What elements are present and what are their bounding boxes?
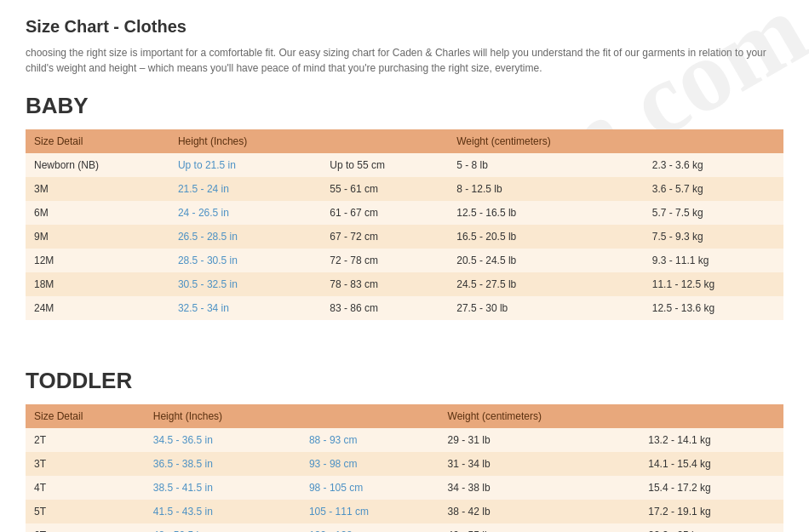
toddler-header-size: Size Detail <box>26 404 145 428</box>
baby-cell: 2.3 - 3.6 kg <box>644 153 783 177</box>
baby-table-row: 12M28.5 - 30.5 in72 - 78 cm20.5 - 24.5 l… <box>26 249 783 272</box>
toddler-header-weight-kg <box>640 404 783 428</box>
baby-header-height-in: Height (Inches) <box>169 129 321 153</box>
toddler-cell: 31 - 34 lb <box>439 452 640 476</box>
toddler-cell: 13.2 - 14.1 kg <box>640 428 783 452</box>
baby-cell: 32.5 - 34 in <box>169 296 321 320</box>
intro-text-content: choosing the right size is important for… <box>26 47 766 74</box>
baby-section-title: BABY <box>26 93 783 119</box>
baby-table-header-row: Size Detail Height (Inches) Weight (cent… <box>26 129 783 153</box>
toddler-cell: 3T <box>26 452 145 476</box>
baby-cell: 5.7 - 7.5 kg <box>644 201 783 225</box>
toddler-cell: 2T <box>26 428 145 452</box>
baby-cell: 24 - 26.5 in <box>169 201 321 225</box>
baby-cell: Up to 55 cm <box>321 153 448 177</box>
baby-cell: 55 - 61 cm <box>321 177 448 201</box>
baby-cell: 26.5 - 28.5 in <box>169 225 321 249</box>
baby-header-size: Size Detail <box>26 129 169 153</box>
baby-cell: 12.5 - 16.5 lb <box>448 201 644 225</box>
baby-cell: 8 - 12.5 lb <box>448 177 644 201</box>
toddler-section-title: TODDLER <box>26 368 783 394</box>
baby-cell: 9M <box>26 225 169 249</box>
toddler-cell: 15.4 - 17.2 kg <box>640 476 783 500</box>
baby-cell: 24M <box>26 296 169 320</box>
baby-cell: 21.5 - 24 in <box>169 177 321 201</box>
baby-cell: 12.5 - 13.6 kg <box>644 296 783 320</box>
toddler-table-row: 6T48 - 50.5 in122 - 128cm49 - 55 lb22.2 … <box>26 523 783 532</box>
baby-header-weight-lb: Weight (centimeters) <box>448 129 644 153</box>
toddler-cell: 17.2 - 19.1 kg <box>640 500 783 523</box>
toddler-cell: 29 - 31 lb <box>439 428 640 452</box>
baby-cell: 24.5 - 27.5 lb <box>448 272 644 296</box>
baby-cell: 3.6 - 5.7 kg <box>644 177 783 201</box>
toddler-cell: 88 - 93 cm <box>301 428 439 452</box>
baby-header-height-cm <box>321 129 448 153</box>
toddler-header-height-in: Height (Inches) <box>145 404 301 428</box>
toddler-cell: 22.2 - 25 kg <box>640 523 783 532</box>
baby-cell: Newborn (NB) <box>26 153 169 177</box>
baby-table-row: 9M26.5 - 28.5 in67 - 72 cm16.5 - 20.5 lb… <box>26 225 783 249</box>
toddler-table-row: 3T36.5 - 38.5 in93 - 98 cm31 - 34 lb14.1… <box>26 452 783 476</box>
toddler-cell: 48 - 50.5 in <box>145 523 301 532</box>
toddler-cell: 105 - 111 cm <box>301 500 439 523</box>
baby-cell: 16.5 - 20.5 lb <box>448 225 644 249</box>
toddler-cell: 93 - 98 cm <box>301 452 439 476</box>
baby-cell: 20.5 - 24.5 lb <box>448 249 644 272</box>
baby-cell: 3M <box>26 177 169 201</box>
toddler-cell: 98 - 105 cm <box>301 476 439 500</box>
baby-table-row: 6M24 - 26.5 in61 - 67 cm12.5 - 16.5 lb5.… <box>26 201 783 225</box>
toddler-cell: 5T <box>26 500 145 523</box>
toddler-cell: 14.1 - 15.4 kg <box>640 452 783 476</box>
toddler-cell: 122 - 128cm <box>301 523 439 532</box>
baby-table-row: 3M21.5 - 24 in55 - 61 cm8 - 12.5 lb3.6 -… <box>26 177 783 201</box>
baby-cell: 28.5 - 30.5 in <box>169 249 321 272</box>
baby-cell: 9.3 - 11.1 kg <box>644 249 783 272</box>
toddler-cell: 34.5 - 36.5 in <box>145 428 301 452</box>
baby-cell: 27.5 - 30 lb <box>448 296 644 320</box>
baby-cell: 7.5 - 9.3 kg <box>644 225 783 249</box>
toddler-cell: 49 - 55 lb <box>439 523 640 532</box>
toddler-table-row: 5T41.5 - 43.5 in105 - 111 cm38 - 42 lb17… <box>26 500 783 523</box>
baby-cell: 30.5 - 32.5 in <box>169 272 321 296</box>
baby-table-row: 18M30.5 - 32.5 in78 - 83 cm24.5 - 27.5 l… <box>26 272 783 296</box>
toddler-table-header-row: Size Detail Height (Inches) Weight (cent… <box>26 404 783 428</box>
baby-cell: 67 - 72 cm <box>321 225 448 249</box>
baby-cell: 11.1 - 12.5 kg <box>644 272 783 296</box>
toddler-cell: 34 - 38 lb <box>439 476 640 500</box>
toddler-header-weight-lb: Weight (centimeters) <box>439 404 640 428</box>
intro-paragraph: choosing the right size is important for… <box>26 45 766 76</box>
baby-cell: 5 - 8 lb <box>448 153 644 177</box>
toddler-cell: 6T <box>26 523 145 532</box>
baby-cell: 12M <box>26 249 169 272</box>
baby-cell: 6M <box>26 201 169 225</box>
toddler-size-table: Size Detail Height (Inches) Weight (cent… <box>26 404 783 532</box>
section-spacer <box>26 344 783 361</box>
baby-cell: 72 - 78 cm <box>321 249 448 272</box>
toddler-cell: 4T <box>26 476 145 500</box>
baby-cell: 78 - 83 cm <box>321 272 448 296</box>
toddler-header-height-cm <box>301 404 439 428</box>
baby-cell: 83 - 86 cm <box>321 296 448 320</box>
baby-cell: Up to 21.5 in <box>169 153 321 177</box>
toddler-cell: 38.5 - 41.5 in <box>145 476 301 500</box>
toddler-cell: 36.5 - 38.5 in <box>145 452 301 476</box>
baby-size-table: Size Detail Height (Inches) Weight (cent… <box>26 129 783 320</box>
toddler-table-row: 2T34.5 - 36.5 in88 - 93 cm29 - 31 lb13.2… <box>26 428 783 452</box>
toddler-cell: 41.5 - 43.5 in <box>145 500 301 523</box>
toddler-cell: 38 - 42 lb <box>439 500 640 523</box>
baby-cell: 18M <box>26 272 169 296</box>
baby-table-row: Newborn (NB)Up to 21.5 inUp to 55 cm5 - … <box>26 153 783 177</box>
page-title: Size Chart - Clothes <box>26 17 783 37</box>
baby-cell: 61 - 67 cm <box>321 201 448 225</box>
baby-header-weight-kg <box>644 129 783 153</box>
baby-table-row: 24M32.5 - 34 in83 - 86 cm27.5 - 30 lb12.… <box>26 296 783 320</box>
toddler-table-row: 4T38.5 - 41.5 in98 - 105 cm34 - 38 lb15.… <box>26 476 783 500</box>
